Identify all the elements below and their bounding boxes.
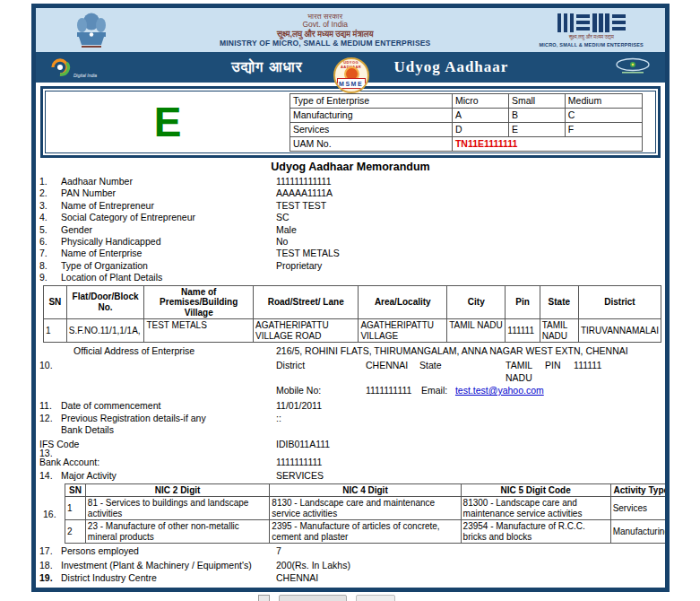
item-value: 11/01/2011: [276, 400, 665, 412]
item-value: TEST METALS: [276, 248, 665, 259]
ministry-header-text: भारत सरकार Govt. of India सूक्ष्म,लघु और…: [111, 13, 539, 48]
item-number: 10.: [39, 359, 276, 384]
item-number: 1.: [39, 176, 61, 187]
item-value: 111111111111: [276, 176, 665, 187]
item-value: No: [276, 236, 665, 248]
declaration-heading: Declaration: [36, 588, 665, 593]
item-label: Social Category of Entrepreneur: [61, 212, 276, 223]
mobile-label: Mobile No:: [276, 384, 366, 396]
state-label: State: [419, 359, 506, 384]
ifs-code-value: IDIB011A111: [276, 438, 461, 450]
nic-cell-5digit: 23954 - Manufacture of R.C.C. bricks and…: [461, 520, 610, 544]
nic-cell-4digit: 8130 - Landscape care and maintenance se…: [270, 497, 461, 520]
enterprise-table-cell: A: [452, 108, 508, 122]
cutoff-button[interactable]: [356, 595, 395, 601]
item-number: 13.: [39, 448, 53, 458]
nic-cell-activity: Services: [610, 497, 670, 520]
ifs-code-label: IFS Code: [39, 438, 276, 450]
item-number: 2.: [39, 187, 61, 199]
enterprise-table-cell: B: [508, 108, 565, 122]
nic-table-row: 1 81 - Services to buildings and landsca…: [65, 497, 670, 520]
nic-cell-activity: Manufacturing: [610, 520, 670, 544]
plant-header-cell: City: [447, 285, 506, 319]
memo-item-persons-employed: 17. Persons employed 7: [36, 545, 665, 557]
item-label: District Industry Centre: [61, 572, 276, 584]
memo-item-investment: 18. Investment (Plant & Machinery / Equi…: [36, 560, 665, 571]
aadhaar-logo-icon: [613, 57, 652, 77]
district-value: CHENNAI: [366, 359, 419, 384]
memo-item-nic-codes: 16. SN NIC 2 Digit NIC 4 Digit NIC 5 Dig…: [43, 483, 660, 544]
email-label: Email:: [421, 385, 447, 396]
plant-cell-pin: 111111: [506, 319, 540, 343]
plant-header-cell: District: [578, 285, 661, 319]
nic-header-cell: Activity Type: [610, 483, 670, 497]
memo-item-aadhaar-number: 1. Aadhaar Number 111111111111: [36, 176, 665, 187]
cutoff-button[interactable]: [279, 595, 347, 601]
item-value: [276, 272, 665, 283]
pin-value: 111111: [574, 360, 601, 370]
udyog-aadhaar-msme-badge-icon: UDYOG AADHAAR MSME: [333, 57, 369, 93]
item10-district-line: 10. District CHENNAI State TAMIL NADU PI…: [36, 359, 665, 384]
msme-bars-icon: [557, 13, 626, 32]
enterprise-table-cell: Services: [290, 122, 453, 136]
memorandum-title: Udyog Aadhaar Memorandum: [36, 161, 665, 173]
item-number: 9.: [39, 272, 61, 283]
item-label: Name of Enterprise: [61, 248, 276, 259]
memo-item-plant-location: 9. Location of Plant Details: [36, 272, 665, 283]
udyog-aadhaar-banner: Digital India उद्योग आधार UDYOG AADHAAR …: [36, 52, 665, 83]
enterprise-table-header-cell: Medium: [565, 93, 643, 108]
official-address-row: Official Address of Enterprise 216/5, RO…: [36, 344, 665, 357]
item-value: TEST TEST: [276, 200, 665, 212]
item-number: 18.: [39, 560, 61, 571]
memo-item-commencement-date: 11. Date of commencement 11/01/2011: [36, 400, 665, 412]
plant-cell-state: TAMIL NADU: [540, 319, 578, 343]
mobile-value: 1111111111: [366, 384, 421, 396]
uam-number-value: TN11E1111111: [452, 136, 642, 151]
enterprise-table-cell: Manufacturing: [290, 108, 453, 122]
nic-header-cell: NIC 4 Digit: [270, 483, 461, 497]
uam-no-label: UAM No.: [290, 136, 453, 151]
item-label: Type of Organization: [61, 260, 276, 272]
memo-item-pan-number: 2. PAN Number AAAAA1111A: [36, 187, 665, 199]
pin-line: PIN 111111: [545, 359, 665, 384]
cutoff-checkbox[interactable]: [258, 595, 270, 601]
nic-header-cell: SN: [65, 483, 86, 497]
item-value: AAAAA1111A: [276, 187, 665, 199]
item-value: ::: [276, 413, 665, 424]
item-value: CHENNAI: [276, 572, 665, 584]
plant-table-row: 1 S.F.NO.11/1,1/1A, TEST METALS AGATHERI…: [44, 319, 661, 343]
item-label: Major Activity: [61, 470, 276, 482]
nic-codes-table: SN NIC 2 Digit NIC 4 Digit NIC 5 Digit C…: [65, 483, 670, 544]
nic-cell-2digit: 81 - Services to buildings and landscape…: [85, 497, 269, 520]
email-link[interactable]: test.test@yahoo.com: [455, 385, 544, 396]
msme-logo-subtext-english: MICRO, SMALL & MEDIUM ENTERPRISES: [539, 42, 644, 48]
item-label: Aadhaar Number: [61, 176, 276, 187]
emblem-of-india-icon: [72, 11, 111, 50]
memo-item-major-activity: 14. Major Activity SERVICES: [36, 470, 665, 482]
item-number: 17.: [39, 545, 61, 557]
enterprise-table-cell: D: [452, 122, 508, 136]
nic-cell-sn: 1: [65, 497, 86, 520]
msme-logo-subtext-hindi: सूक्ष्म,लघु और मध्यम उद्यम: [569, 34, 614, 40]
memo-item-entrepreneur-name: 3. Name of Entrepreneur TEST TEST: [36, 200, 665, 212]
item10-contact-line: Mobile No: 1111111111 Email: test.test@y…: [36, 384, 665, 396]
item-number: 6.: [39, 236, 61, 248]
bank-account-value: 1111111111: [276, 456, 461, 468]
item-number: 16.: [43, 509, 56, 519]
enterprise-type-table: Type of Enterprise Micro Small Medium Ma…: [290, 93, 643, 152]
ministry-name-hindi: सूक्ष्म,लघु और मध्यम उद्यम मंत्रालय: [111, 30, 539, 39]
item-label: Location of Plant Details: [61, 272, 276, 283]
plant-cell-district: TIRUVANNAMALAI: [578, 319, 661, 343]
item-value: 200(Rs. In Lakhs): [276, 560, 665, 571]
item-label: Name of Entrepreneur: [61, 200, 276, 212]
digital-india-logo: Digital India: [48, 57, 97, 78]
ministry-name-english: MINISTRY OF MICRO, SMALL & MEDIUM ENTERP…: [111, 39, 539, 48]
memo-item-organization-type: 8. Type of Organization Proprietary: [36, 260, 665, 272]
item-number: 3.: [39, 200, 61, 212]
item-value: Proprietary: [276, 260, 665, 272]
official-address-value: 216/5, ROHINI FLATS, THIRUMANGALAM, ANNA…: [276, 344, 665, 357]
item-number: 4.: [39, 212, 61, 223]
item-label: Gender: [61, 224, 276, 236]
enterprise-table-cell: F: [565, 122, 643, 136]
plant-header-cell: SN: [44, 285, 67, 319]
